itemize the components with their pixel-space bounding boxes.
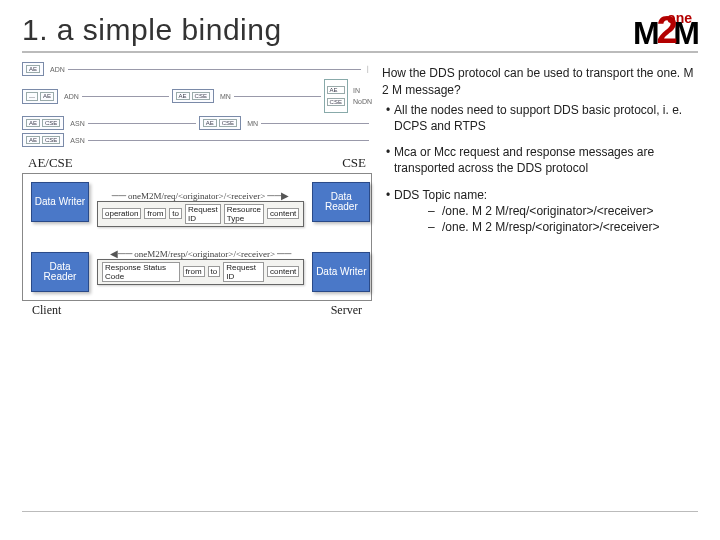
req-topic-path: oneM2M/req/<originator>/<receiver> (128, 191, 265, 201)
bullet-1: All the nodes need to support DDS basic … (394, 102, 698, 134)
req-message-fields: operation from to Request ID Resource Ty… (97, 201, 304, 227)
aecse-label: AE/CSE (28, 155, 73, 171)
data-reader-block: Data Reader (312, 182, 370, 222)
in-node: AE CSE (324, 79, 348, 113)
bullet-3: DDS Topic name: (394, 188, 487, 202)
architecture-diagram: AE ADN │ ⋯AE ADN AECSE MN AE CSE (22, 62, 372, 147)
adn-node: ⋯AE (22, 89, 58, 104)
data-writer-block: Data Writer (31, 182, 89, 222)
server-label: Server (331, 303, 362, 318)
data-writer-block: Data Writer (312, 252, 370, 292)
client-label: Client (32, 303, 61, 318)
onem2m-logo: one M2M (633, 12, 698, 47)
asn-node: AECSE (22, 133, 64, 147)
mn-node: AECSE (199, 116, 241, 130)
topic-resp: /one. M 2 M/resp/<originator>/<receiver> (442, 220, 659, 234)
slide-title: 1. a simple binding (22, 13, 282, 47)
resp-message-fields: Response Status Code from to Request ID … (97, 259, 304, 285)
mn-node: AECSE (172, 89, 214, 103)
cse-label: CSE (342, 155, 366, 171)
footer-divider (22, 511, 698, 512)
client-server-diagram: AE/CSE CSE Data Writer Data Reader ──one… (22, 155, 372, 318)
topic-req: /one. M 2 M/req/<originator>/<receiver> (442, 204, 653, 218)
asn-node: AECSE (22, 116, 64, 130)
question-text: How the DDS protocol can be used to tran… (382, 65, 698, 97)
bullet-2: Mca or Mcc request and response messages… (394, 144, 698, 176)
explanatory-text: How the DDS protocol can be used to tran… (382, 59, 698, 318)
resp-topic-path: oneM2M/resp/<originator>/<receiver> (134, 249, 275, 259)
adn-node: AE (22, 62, 44, 76)
data-reader-block: Data Reader (31, 252, 89, 292)
